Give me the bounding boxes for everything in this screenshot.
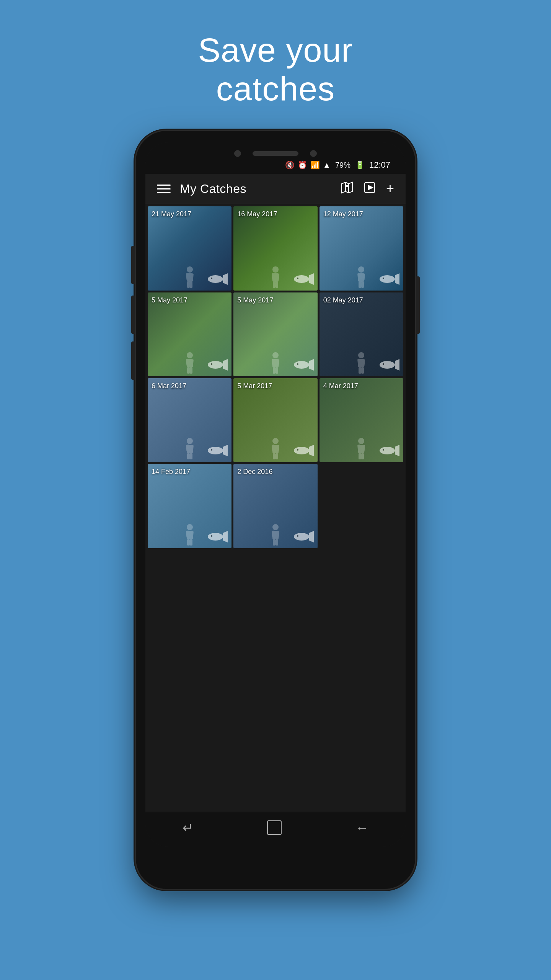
svg-point-26 (383, 278, 384, 279)
app-toolbar: My Catches (145, 174, 406, 204)
recents-button[interactable]: ← (355, 820, 368, 835)
svg-point-53 (383, 363, 384, 365)
svg-point-78 (380, 447, 395, 454)
svg-point-35 (211, 363, 212, 365)
svg-point-33 (208, 361, 223, 369)
hamburger-line-3 (157, 192, 171, 193)
svg-marker-88 (223, 531, 228, 542)
svg-point-98 (297, 535, 298, 537)
catch-date-5: 5 May 2017 (237, 296, 273, 304)
map-icon[interactable] (341, 181, 353, 196)
svg-rect-31 (359, 282, 361, 288)
back-button[interactable]: ↵ (183, 820, 193, 835)
svg-rect-95 (190, 539, 192, 546)
svg-rect-77 (276, 453, 278, 459)
svg-point-45 (272, 352, 279, 358)
svg-marker-97 (309, 531, 314, 542)
svg-point-80 (383, 449, 384, 451)
catch-date-4: 5 May 2017 (152, 296, 187, 304)
svg-rect-40 (187, 368, 190, 374)
status-time: 12:07 (369, 160, 390, 170)
svg-rect-85 (359, 453, 361, 459)
sensor (310, 150, 317, 157)
home-button[interactable] (267, 820, 282, 835)
catch-photo-11[interactable]: 2 Dec 2016 (233, 464, 317, 548)
catches-grid-container: 21 May 2017 16 May 2017 12 May 2017 5 Ma… (145, 204, 406, 812)
svg-point-24 (380, 275, 395, 283)
svg-marker-16 (309, 273, 314, 285)
svg-marker-79 (395, 445, 399, 456)
svg-rect-14 (190, 282, 192, 288)
catch-date-6: 02 May 2017 (323, 296, 363, 304)
svg-point-51 (380, 361, 395, 369)
svg-rect-102 (276, 531, 279, 538)
svg-rect-83 (357, 445, 361, 452)
svg-rect-103 (273, 539, 276, 546)
catch-date-11: 2 Dec 2016 (237, 468, 272, 476)
svg-rect-92 (186, 531, 190, 538)
catch-date-9: 4 Mar 2017 (323, 382, 358, 390)
svg-rect-104 (276, 539, 278, 546)
svg-rect-48 (276, 359, 279, 366)
svg-marker-43 (309, 359, 314, 371)
mute-icon: 🔇 (285, 160, 295, 170)
battery-icon: 🔋 (355, 160, 365, 170)
svg-rect-13 (187, 282, 190, 288)
svg-point-96 (294, 533, 309, 541)
hero-title: Save your catches (198, 31, 353, 108)
svg-rect-68 (190, 453, 192, 459)
svg-point-44 (297, 363, 298, 365)
catch-photo-5[interactable]: 5 May 2017 (233, 292, 317, 376)
svg-rect-86 (361, 453, 364, 459)
svg-rect-39 (190, 359, 194, 366)
svg-rect-23 (276, 282, 278, 288)
add-catch-button[interactable]: + (386, 181, 394, 197)
status-bar-area: 🔇 ⏰ 📶 ▲ 79% 🔋 12:07 (145, 142, 406, 174)
svg-point-87 (208, 533, 223, 541)
catch-photo-8[interactable]: 5 Mar 2017 (233, 378, 317, 462)
catch-photo-10[interactable]: 14 Feb 2017 (148, 464, 231, 548)
svg-point-9 (187, 266, 193, 273)
svg-rect-47 (272, 359, 276, 366)
menu-button[interactable] (157, 185, 171, 193)
svg-point-27 (358, 266, 364, 273)
slideshow-icon[interactable] (364, 182, 375, 196)
svg-marker-34 (223, 359, 228, 371)
svg-point-99 (272, 524, 279, 530)
svg-rect-21 (276, 273, 279, 281)
svg-point-90 (187, 524, 193, 530)
catch-photo-4[interactable]: 5 May 2017 (148, 292, 231, 376)
svg-marker-52 (395, 359, 399, 371)
toolbar-title: My Catches (180, 182, 246, 196)
alarm-icon: ⏰ (298, 160, 307, 170)
svg-point-54 (358, 352, 364, 358)
svg-marker-25 (395, 273, 399, 285)
catch-photo-9[interactable]: 4 Mar 2017 (320, 378, 403, 462)
phone-shell: 🔇 ⏰ 📶 ▲ 79% 🔋 12:07 My Catches (136, 131, 415, 889)
svg-point-8 (211, 278, 212, 279)
status-bar: 🔇 ⏰ 📶 ▲ 79% 🔋 12:07 (157, 160, 394, 170)
svg-point-81 (358, 438, 364, 444)
catch-photo-3[interactable]: 12 May 2017 (320, 206, 403, 290)
svg-rect-59 (361, 368, 364, 374)
catch-photo-2[interactable]: 16 May 2017 (233, 206, 317, 290)
svg-rect-32 (361, 282, 364, 288)
bottom-nav: ↵ ← (145, 812, 406, 847)
catch-date-8: 5 Mar 2017 (237, 382, 272, 390)
svg-rect-11 (186, 273, 190, 280)
svg-marker-61 (223, 445, 228, 456)
svg-point-6 (208, 275, 223, 283)
svg-point-89 (211, 535, 212, 537)
catch-photo-6[interactable]: 02 May 2017 (320, 292, 403, 376)
hamburger-line-2 (157, 188, 171, 189)
catch-photo-7[interactable]: 6 Mar 2017 (148, 378, 231, 462)
catch-photo-1[interactable]: 21 May 2017 (148, 206, 231, 290)
svg-rect-20 (272, 273, 276, 280)
svg-rect-65 (186, 445, 190, 452)
svg-rect-58 (359, 368, 361, 374)
svg-rect-94 (187, 539, 190, 546)
toolbar-right: + (341, 181, 394, 197)
svg-point-69 (294, 447, 309, 454)
svg-rect-41 (190, 368, 192, 374)
catch-date-10: 14 Feb 2017 (152, 468, 190, 476)
